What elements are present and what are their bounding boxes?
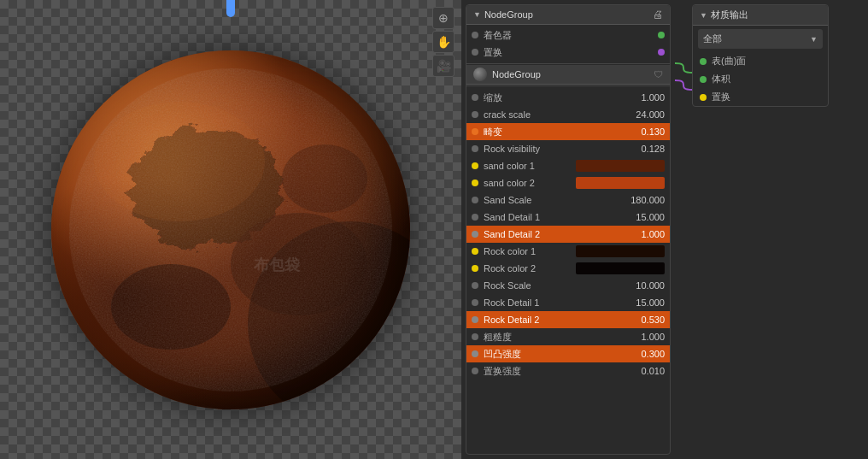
right-panel: ▼ NodeGroup 🖨 着色器 置换 NodeGroup 🛡 <box>461 0 868 459</box>
rock-detail-1-value: 15.000 <box>636 297 665 308</box>
displace-strength-dot <box>472 368 478 374</box>
crack-scale-value: 24.000 <box>636 109 665 120</box>
rock-color-1-label: Rock color 1 <box>484 246 572 256</box>
material-type-dropdown[interactable]: 全部 ▼ <box>698 29 823 49</box>
rock-color-2-row[interactable]: Rock color 2 <box>466 260 670 277</box>
sand-detail-1-label: Sand Detail 1 <box>484 212 636 222</box>
distortion-dot <box>472 128 478 135</box>
material-output-panel: ▼ 材质输出 全部 ▼ 表(曲)面 体积 置换 <box>692 4 829 107</box>
rock-detail-2-dot <box>472 316 478 323</box>
material-collapse-arrow[interactable]: ▼ <box>700 11 707 20</box>
rock-scale-row[interactable]: Rock Scale 10.000 <box>466 277 670 294</box>
dropdown-arrow: ▼ <box>810 35 818 44</box>
displacement-socket-row[interactable]: 置换 <box>466 44 670 61</box>
material-panel-title: 材质输出 <box>711 9 748 21</box>
sand-detail-2-dot <box>472 231 478 238</box>
rock-visibility-dot <box>472 145 478 152</box>
rock-detail-2-label: Rock Detail 2 <box>484 315 641 325</box>
rock-scale-dot <box>472 282 478 289</box>
crack-scale-dot <box>472 111 478 118</box>
distortion-row[interactable]: 畸变 0.130 <box>466 123 670 140</box>
top-sockets: 着色器 置换 <box>466 25 670 62</box>
shader-output-dot <box>658 32 665 38</box>
sand-color-2-label: sand color 2 <box>484 178 572 188</box>
sand-detail-2-row[interactable]: Sand Detail 2 1.000 <box>466 226 670 243</box>
node-sphere-icon <box>473 68 487 81</box>
material-displacement-dot <box>700 94 707 101</box>
material-panel-header[interactable]: ▼ 材质输出 <box>693 5 828 26</box>
rock-scale-label: Rock Scale <box>484 280 636 291</box>
planet-sphere <box>51 50 410 409</box>
roughness-row[interactable]: 粗糙度 1.000 <box>466 328 670 345</box>
node-panel-header[interactable]: ▼ NodeGroup 🖨 <box>466 5 670 25</box>
rock-detail-1-row[interactable]: Rock Detail 1 15.000 <box>466 294 670 311</box>
zoom-icon: ⊕ <box>438 11 449 25</box>
rock-color-1-dot <box>472 248 478 255</box>
viewport: 布包袋 ⊕ ✋ 🎥 <box>0 0 461 459</box>
rock-detail-1-label: Rock Detail 1 <box>484 297 636 308</box>
crack-scale-label: crack scale <box>484 109 636 120</box>
sand-scale-dot <box>472 197 478 203</box>
inner-node-header[interactable]: NodeGroup 🛡 <box>466 65 670 85</box>
surface-socket-dot <box>700 58 707 65</box>
svg-point-1 <box>128 127 282 247</box>
surface-socket-row[interactable]: 表(曲)面 <box>693 52 828 70</box>
rock-visibility-label: Rock visibility <box>484 144 641 154</box>
material-displacement-socket-row[interactable]: 置换 <box>693 88 828 106</box>
displace-strength-label: 置换强度 <box>484 365 641 378</box>
separator-2 <box>466 85 670 86</box>
rock-color-2-dot <box>472 265 478 272</box>
material-sockets: 表(曲)面 体积 置换 <box>693 52 828 106</box>
scale-label: 缩放 <box>484 91 641 104</box>
rock-detail-1-dot <box>472 299 478 306</box>
bump-strength-row[interactable]: 凹凸强度 0.300 <box>466 345 670 362</box>
shader-socket-dot <box>472 32 478 38</box>
roughness-dot <box>472 333 478 340</box>
bump-strength-dot <box>472 350 478 357</box>
shader-socket-row[interactable]: 着色器 <box>466 26 670 44</box>
separator-1 <box>466 63 670 64</box>
connector-spacer <box>675 0 692 459</box>
volume-socket-label: 体积 <box>712 73 730 85</box>
printer-icon[interactable]: 🖨 <box>653 9 663 21</box>
svg-point-4 <box>282 144 367 213</box>
node-panel-title: NodeGroup <box>484 9 533 20</box>
node-panel-title-group: ▼ NodeGroup <box>473 9 533 20</box>
volume-socket-dot <box>700 76 707 83</box>
shader-socket-label: 着色器 <box>484 29 658 42</box>
rock-color-1-swatch[interactable] <box>576 245 665 257</box>
rock-color-2-swatch[interactable] <box>576 262 665 274</box>
volume-socket-row[interactable]: 体积 <box>693 70 828 88</box>
connection-lines <box>675 0 692 459</box>
hand-button[interactable]: ✋ <box>432 31 455 53</box>
sand-color-2-dot <box>472 179 478 186</box>
displacement-socket-dot <box>472 49 478 56</box>
rock-detail-2-row[interactable]: Rock Detail 2 0.530 <box>466 311 670 328</box>
roughness-label: 粗糙度 <box>484 331 641 344</box>
svg-point-2 <box>231 213 367 315</box>
sand-color-1-row[interactable]: sand color 1 <box>466 157 670 174</box>
sand-scale-label: Sand Scale <box>484 195 630 205</box>
sand-color-2-swatch[interactable] <box>576 177 665 189</box>
sand-color-1-swatch[interactable] <box>576 160 665 172</box>
camera-button[interactable]: 🎥 <box>432 55 455 77</box>
sand-color-2-row[interactable]: sand color 2 <box>466 174 670 191</box>
crack-scale-row[interactable]: crack scale 24.000 <box>466 106 670 123</box>
displace-strength-row[interactable]: 置换强度 0.010 <box>466 362 670 380</box>
collapse-arrow[interactable]: ▼ <box>473 10 481 19</box>
shield-icon: 🛡 <box>654 69 663 79</box>
sand-detail-1-value: 15.000 <box>636 212 665 222</box>
sand-scale-row[interactable]: Sand Scale 180.000 <box>466 191 670 209</box>
zoom-button[interactable]: ⊕ <box>432 7 455 29</box>
rock-color-1-row[interactable]: Rock color 1 <box>466 243 670 260</box>
viewport-toolbar: ⊕ ✋ 🎥 <box>432 7 455 77</box>
camera-icon: 🎥 <box>437 59 451 73</box>
sand-color-1-label: sand color 1 <box>484 161 572 171</box>
sand-detail-2-label: Sand Detail 2 <box>484 229 641 239</box>
sand-detail-1-row[interactable]: Sand Detail 1 15.000 <box>466 209 670 226</box>
scale-row[interactable]: 缩放 1.000 <box>466 89 670 106</box>
sand-detail-1-dot <box>472 214 478 221</box>
rock-visibility-row[interactable]: Rock visibility 0.128 <box>466 140 670 157</box>
displacement-output-dot <box>658 49 665 56</box>
svg-point-3 <box>111 264 231 350</box>
